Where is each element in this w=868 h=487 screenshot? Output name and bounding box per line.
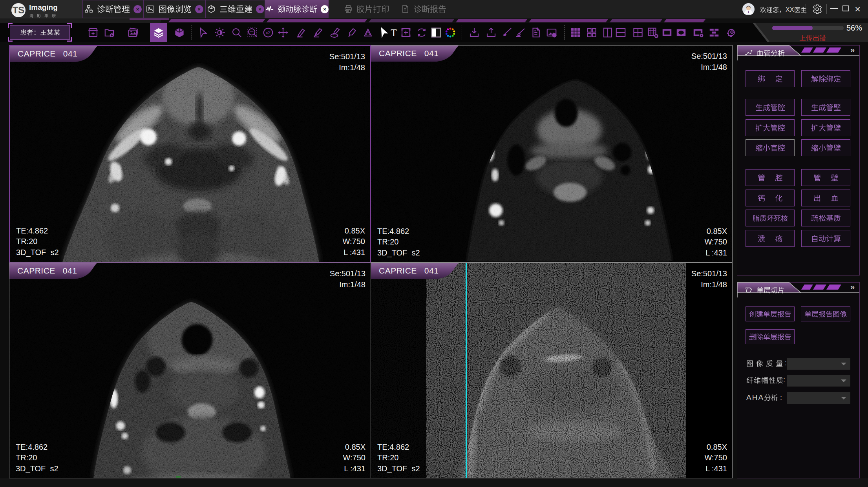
svg-text:x2: x2 <box>266 30 270 35</box>
svg-text:T: T <box>391 27 397 38</box>
svg-text:TS: TS <box>13 5 25 15</box>
